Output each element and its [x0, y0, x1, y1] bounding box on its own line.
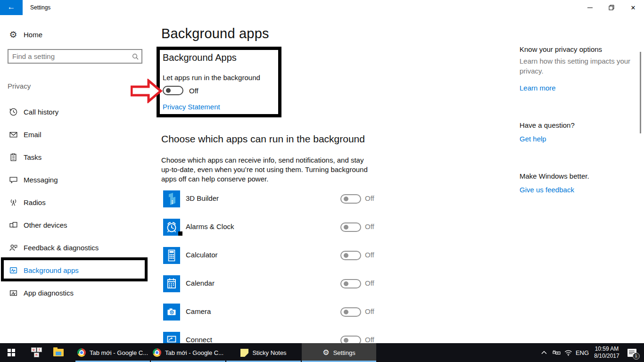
sidebar-item-label: Tasks: [24, 153, 41, 161]
privacy-options-heading: Know your privacy options: [520, 45, 632, 53]
file-explorer-button[interactable]: [49, 343, 68, 362]
app-row-camera: Camera Off: [163, 304, 375, 321]
search-icon[interactable]: [129, 53, 141, 60]
app-row-3d-builder: 3D Builder Off: [163, 190, 375, 207]
tasks-icon: [8, 152, 18, 162]
panel-heading: Background Apps: [163, 52, 278, 63]
alarms-clock-icon: [163, 219, 180, 236]
sidebar-item-background-apps[interactable]: Background apps: [0, 260, 150, 280]
app-toggle[interactable]: [340, 279, 361, 288]
app-toggle-state: Off: [365, 194, 374, 202]
gear-icon: ⚙: [8, 30, 18, 39]
page-title: Background apps: [161, 26, 269, 41]
tray-language[interactable]: ENG: [574, 343, 590, 362]
scrollbar-thumb[interactable]: [640, 52, 641, 133]
sidebar-item-label: App diagnostics: [24, 289, 74, 297]
app-name: Alarms & Clock: [186, 222, 234, 230]
sidebar-item-email[interactable]: Email: [0, 124, 150, 145]
restore-button[interactable]: [601, 0, 622, 15]
choose-apps-heading: Choose which apps can run in the backgro…: [161, 133, 365, 145]
background-apps-toggle[interactable]: [163, 86, 183, 95]
app-toggle[interactable]: [340, 307, 361, 317]
taskbar-sticky-notes[interactable]: Sticky Notes: [226, 343, 301, 362]
app-name: Camera: [186, 307, 211, 315]
toggle-state: Off: [189, 87, 198, 95]
app-toggle[interactable]: [340, 251, 361, 260]
sidebar-item-label: Background apps: [24, 266, 79, 274]
radios-icon: [8, 197, 18, 207]
tray-clock[interactable]: 10:59 AM 8/10/2017: [590, 343, 623, 362]
3d-builder-icon: [163, 190, 180, 207]
windows-logo-icon: [8, 349, 15, 356]
file-explorer-icon: [53, 349, 64, 356]
sidebar-item-tasks[interactable]: Tasks: [0, 147, 150, 167]
other-devices-icon: [8, 220, 18, 230]
sidebar-item-home[interactable]: ⚙ Home: [0, 24, 150, 45]
app-name: Calculator: [186, 251, 218, 259]
cursor-artifact: [178, 231, 182, 236]
sidebar-item-label: Email: [24, 131, 41, 139]
sidebar-item-call-history[interactable]: Call history: [0, 101, 150, 122]
notification-badge: 1: [633, 353, 640, 360]
sidebar-item-radios[interactable]: Radios: [0, 192, 150, 213]
app-toggle-state: Off: [365, 336, 374, 344]
close-button[interactable]: ✕: [622, 0, 644, 15]
sticky-notes-icon: [240, 349, 248, 357]
app-row-calendar: Calendar Off: [163, 275, 375, 292]
taskbar: u i n Tab mới - Google C... Tab mới - Go…: [0, 343, 644, 362]
taskbar-chrome-2[interactable]: Tab mới - Google C...: [151, 343, 225, 362]
sidebar-item-feedback-diagnostics[interactable]: Feedback & diagnostics: [0, 237, 150, 258]
app-toggle-state: Off: [365, 251, 374, 259]
sidebar-item-app-diagnostics[interactable]: App diagnostics: [0, 282, 150, 303]
app-toggle[interactable]: [340, 194, 361, 204]
action-center-button[interactable]: 1: [623, 343, 640, 362]
title-bar: ← Settings ✕: [0, 0, 644, 15]
sidebar-item-other-devices[interactable]: Other devices: [0, 214, 150, 235]
taskbar-button-label: Sticky Notes: [252, 349, 286, 356]
question-heading: Have a question?: [520, 121, 632, 129]
panel-toggle-label: Let apps run in the background: [163, 74, 278, 82]
tray-time: 10:59 AM: [595, 346, 619, 353]
app-row-calculator: Calculator Off: [163, 247, 375, 264]
feedback-icon: [8, 243, 18, 252]
tray-date: 8/10/2017: [594, 353, 619, 360]
sidebar-item-label: Call history: [24, 108, 58, 116]
window-title: Settings: [30, 0, 50, 15]
tray-wifi-icon[interactable]: [562, 343, 574, 362]
calendar-icon: [163, 275, 180, 292]
unikey-icon: u i n: [31, 347, 42, 358]
call-history-icon: [8, 107, 18, 116]
sidebar-item-label: Home: [24, 31, 42, 39]
start-button[interactable]: [0, 343, 23, 362]
taskbar-settings-active[interactable]: ⚙ Settings: [302, 343, 376, 362]
feedback-heading: Make Windows better.: [520, 172, 632, 180]
chrome-icon: [153, 348, 161, 357]
privacy-statement-link[interactable]: Privacy Statement: [163, 103, 220, 111]
unikey-button[interactable]: u i n: [27, 343, 46, 362]
search-box[interactable]: [8, 49, 142, 64]
taskbar-button-label: Settings: [333, 349, 355, 356]
tray-power-icon[interactable]: [551, 343, 563, 362]
app-name: 3D Builder: [186, 194, 219, 202]
minimize-button[interactable]: [579, 0, 601, 15]
app-row-alarms-clock: Alarms & Clock Off: [163, 219, 375, 236]
give-feedback-link[interactable]: Give us feedback: [520, 186, 574, 194]
get-help-link[interactable]: Get help: [520, 135, 546, 143]
app-name: Calendar: [186, 279, 215, 287]
back-button[interactable]: ←: [0, 0, 23, 15]
taskbar-chrome-1[interactable]: Tab mới - Google C...: [75, 343, 150, 362]
sidebar-item-label: Radios: [24, 198, 46, 206]
tray-chevron-icon[interactable]: [538, 343, 550, 362]
background-apps-panel: Background Apps Let apps run in the back…: [160, 50, 278, 114]
sidebar-item-messaging[interactable]: Messaging: [0, 169, 150, 190]
settings-gear-icon: ⚙: [322, 349, 329, 356]
calculator-icon: [163, 247, 180, 264]
app-toggle[interactable]: [340, 222, 361, 232]
search-input[interactable]: [8, 52, 129, 60]
sidebar-item-label: Other devices: [24, 221, 67, 229]
action-center-icon: 1: [627, 349, 636, 357]
learn-more-link[interactable]: Learn more: [520, 84, 556, 92]
taskbar-button-label: Tab mới - Google C...: [90, 349, 148, 356]
app-name: Connect: [186, 336, 212, 344]
sidebar-section-privacy: Privacy: [8, 82, 31, 90]
